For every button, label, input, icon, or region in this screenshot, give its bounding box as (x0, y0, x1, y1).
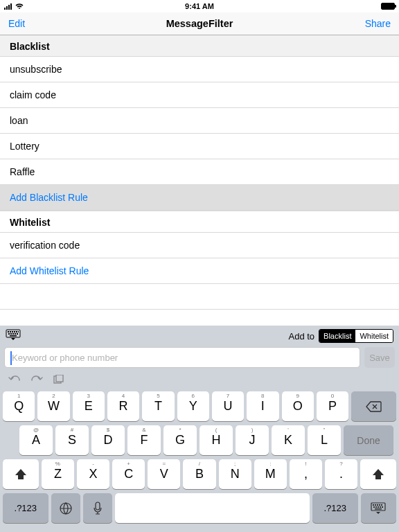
whitelist-section-header: Whitelist (0, 211, 399, 233)
onscreen-keyboard: 1Q2W3E4R5T6Y7U8I9O0P @A#S$D&F*G(H)J'K"LD… (0, 389, 399, 532)
key-k[interactable]: 'K (272, 425, 305, 455)
share-button[interactable]: Share (360, 18, 391, 29)
key-r[interactable]: 4R (107, 391, 139, 421)
keyboard-shortcut-bar (0, 372, 399, 389)
key-i[interactable]: 8I (247, 391, 278, 421)
svg-rect-5 (16, 331, 17, 332)
svg-rect-3 (12, 331, 13, 332)
dismiss-keyboard-button[interactable] (6, 329, 21, 343)
blacklist-section-header: Blacklist (0, 35, 399, 57)
blacklist-rule-row[interactable]: Raffle (0, 159, 399, 185)
key-n[interactable]: ;N (219, 459, 251, 489)
svg-rect-9 (12, 333, 14, 335)
shift-icon (371, 468, 385, 481)
svg-rect-4 (14, 331, 15, 332)
key-q[interactable]: 1Q (3, 391, 35, 421)
svg-rect-14 (56, 375, 63, 382)
key-g[interactable]: *G (163, 425, 197, 455)
numbers-key-right[interactable]: .?123 (312, 493, 358, 523)
clipboard-icon[interactable] (53, 375, 64, 384)
blacklist-rule-row[interactable]: unsubscribe (0, 57, 399, 82)
add-blacklist-rule-button[interactable]: Add Blacklist Rule (0, 185, 399, 211)
key-d[interactable]: $D (91, 425, 125, 455)
svg-rect-27 (382, 506, 383, 508)
hide-keyboard-key[interactable] (361, 493, 397, 523)
addto-segmented-control[interactable]: Blacklist Whitelist (319, 329, 393, 343)
key-w[interactable]: 2W (37, 391, 69, 421)
svg-rect-20 (377, 504, 378, 506)
backspace-key[interactable] (351, 391, 396, 421)
blacklist-rule-row[interactable]: claim code (0, 82, 399, 108)
key-l[interactable]: "L (308, 425, 341, 455)
edit-button[interactable]: Edit (8, 18, 39, 29)
key-y[interactable]: 6Y (177, 391, 209, 421)
svg-rect-2 (10, 331, 11, 332)
globe-icon (59, 502, 73, 515)
svg-rect-23 (373, 506, 375, 508)
key-s[interactable]: #S (55, 425, 89, 455)
segment-blacklist[interactable]: Blacklist (319, 330, 355, 342)
numbers-key[interactable]: .?123 (3, 493, 48, 523)
key-v[interactable]: =V (148, 459, 180, 489)
key-b[interactable]: /B (183, 459, 215, 489)
key-u[interactable]: 7U (212, 391, 244, 421)
cellular-signal-icon (4, 3, 12, 10)
svg-rect-18 (373, 504, 374, 506)
empty-row (0, 310, 399, 326)
svg-rect-8 (10, 333, 12, 335)
key-a[interactable]: @A (19, 425, 53, 455)
svg-rect-12 (10, 335, 17, 337)
key-h[interactable]: (H (200, 425, 233, 455)
keyword-input-placeholder: Keyword or phone number (12, 353, 118, 363)
dictate-key[interactable] (83, 493, 112, 523)
svg-rect-16 (96, 502, 100, 510)
navigation-bar: Edit MessageFilter Share (0, 12, 399, 35)
key-e[interactable]: 3E (73, 391, 105, 421)
key-.[interactable]: ?. (325, 459, 357, 489)
key-p[interactable]: 0P (317, 391, 348, 421)
segment-whitelist[interactable]: Whitelist (355, 330, 393, 342)
save-button[interactable]: Save (364, 347, 395, 368)
svg-rect-1 (8, 331, 9, 332)
key-c[interactable]: +C (112, 459, 145, 489)
blacklist-rule-row[interactable]: loan (0, 108, 399, 134)
space-key[interactable] (115, 493, 310, 523)
key-z[interactable]: %Z (42, 459, 74, 489)
svg-rect-22 (381, 504, 382, 506)
backspace-icon (366, 400, 382, 413)
key-,[interactable]: !, (290, 459, 322, 489)
add-whitelist-rule-button[interactable]: Add Whitelist Rule (0, 258, 399, 284)
svg-rect-25 (378, 506, 379, 508)
key-o[interactable]: 9O (282, 391, 314, 421)
svg-rect-26 (380, 506, 381, 508)
blacklist-rule-row[interactable]: Lottery (0, 134, 399, 159)
svg-rect-21 (379, 504, 380, 506)
rules-list[interactable]: Blacklist unsubscribe claim code loan Lo… (0, 35, 399, 326)
mic-icon (93, 502, 103, 515)
keyboard-area: Add to Blacklist Whitelist Keyword or ph… (0, 326, 399, 532)
svg-rect-24 (375, 506, 377, 508)
undo-icon[interactable] (8, 375, 21, 384)
keyword-input[interactable]: Keyword or phone number (4, 347, 360, 368)
done-key[interactable]: Done (344, 425, 393, 455)
battery-icon (381, 3, 395, 10)
key-x[interactable]: -X (77, 459, 109, 489)
keyboard-hide-icon (371, 502, 386, 515)
wifi-icon (15, 3, 24, 10)
svg-rect-7 (8, 333, 10, 335)
key-j[interactable]: )J (236, 425, 269, 455)
status-bar: 9:41 AM (0, 0, 399, 12)
redo-icon[interactable] (30, 375, 43, 384)
key-m[interactable]: :M (254, 459, 287, 489)
shift-key[interactable] (360, 459, 396, 489)
status-time: 9:41 AM (185, 2, 214, 10)
svg-rect-28 (375, 508, 382, 510)
key-f[interactable]: &F (127, 425, 161, 455)
shift-key[interactable] (3, 459, 39, 489)
whitelist-rule-row[interactable]: verification code (0, 233, 399, 258)
svg-rect-19 (375, 504, 376, 506)
svg-rect-10 (15, 333, 16, 335)
addto-label: Add to (289, 331, 315, 342)
globe-key[interactable] (51, 493, 80, 523)
key-t[interactable]: 5T (142, 391, 174, 421)
